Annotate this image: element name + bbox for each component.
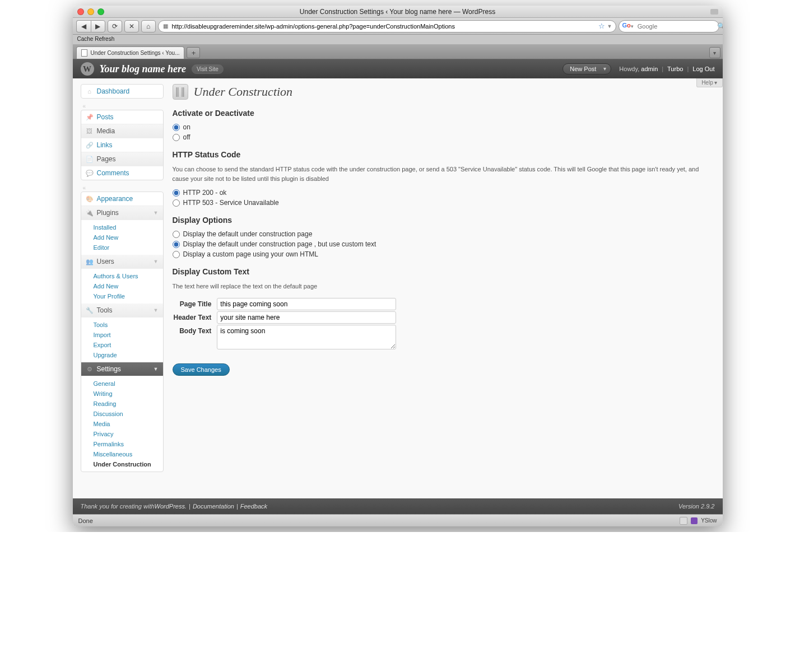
page-icon: ▦ (162, 22, 170, 30)
zoom-icon[interactable] (97, 8, 104, 15)
site-name[interactable]: Your blog name here (100, 63, 187, 75)
radio-display-custom-html[interactable]: Display a custom page using your own HTM… (173, 250, 715, 258)
sidebar-item-links[interactable]: 🔗Links (81, 138, 163, 152)
users-icon: 👥 (86, 258, 94, 265)
radio-off[interactable]: off (173, 133, 715, 141)
submenu-link[interactable]: Authors & Users (91, 271, 163, 281)
sidebar-item-pages[interactable]: 📄Pages (81, 152, 163, 166)
sidebar-item-posts[interactable]: 📌Posts (81, 110, 163, 124)
minimize-icon[interactable] (87, 8, 94, 15)
turbo-link[interactable]: Turbo (667, 66, 683, 72)
submenu-link[interactable]: Discussion (91, 409, 163, 419)
submenu-link[interactable]: Export (91, 340, 163, 350)
wordpress-logo-icon[interactable]: W (81, 62, 94, 76)
sidebar-item-appearance[interactable]: 🎨Appearance (81, 192, 163, 206)
radio-display-default[interactable]: Display the default under construction p… (173, 230, 715, 238)
submenu-link[interactable]: Writing (91, 389, 163, 399)
radio-customhtml-input[interactable] (173, 251, 180, 258)
new-post-button[interactable]: New Post (562, 63, 611, 74)
google-icon: Go (622, 22, 631, 31)
submenu-tools: Tools Import Export Upgrade (81, 318, 163, 362)
titlebar-pill-icon[interactable] (710, 9, 718, 15)
submenu-link[interactable]: Add New (91, 232, 163, 242)
new-tab-button[interactable]: + (187, 47, 200, 58)
radio-off-input[interactable] (173, 134, 180, 141)
help-tab[interactable]: Help ▾ (696, 78, 722, 87)
submenu-link[interactable]: Import (91, 330, 163, 340)
search-icon[interactable]: 🔍 (717, 22, 723, 30)
submenu-link[interactable]: Privacy (91, 429, 163, 439)
back-button[interactable]: ◀ (76, 20, 91, 32)
menu-separator[interactable] (81, 103, 164, 106)
radio-default-input[interactable] (173, 231, 180, 238)
radio-http-200[interactable]: HTTP 200 - ok (173, 189, 715, 197)
close-icon[interactable] (77, 8, 84, 15)
submenu-link[interactable]: General (91, 379, 163, 389)
submenu-link[interactable]: Media (91, 419, 163, 429)
radio-503-input[interactable] (173, 199, 180, 207)
submenu-link[interactable]: Miscellaneous (91, 449, 163, 459)
stop-button[interactable]: ✕ (124, 20, 139, 32)
logout-link[interactable]: Log Out (692, 66, 714, 72)
label-body-text: Body Text (174, 325, 216, 351)
radio-label: HTTP 503 - Service Unavailable (183, 199, 279, 207)
sliders-icon: ║║ (173, 84, 188, 100)
forward-button[interactable]: ▶ (91, 20, 105, 32)
sidebar-item-dashboard[interactable]: ⌂Dashboard (81, 85, 163, 98)
bookmark-star-icon[interactable]: ☆ (596, 22, 607, 30)
sidebar-item-tools[interactable]: 🔧Tools▼ (81, 304, 163, 318)
radio-on[interactable]: on (173, 123, 715, 131)
search-input[interactable] (635, 23, 717, 30)
submenu-link[interactable]: Tools (91, 320, 163, 330)
url-input[interactable] (170, 23, 596, 30)
sidebar-label: Appearance (97, 195, 133, 203)
radio-customtext-input[interactable] (173, 241, 180, 248)
yslow-icon[interactable] (691, 517, 698, 524)
radio-label: off (183, 133, 190, 141)
sidebar-item-users[interactable]: 👥Users▼ (81, 255, 163, 269)
main-content: ║║ Under Construction Activate or Deacti… (173, 84, 715, 493)
user-link[interactable]: admin (641, 66, 658, 72)
submenu-link[interactable]: Editor (91, 242, 163, 253)
label-page-title: Page Title (174, 298, 216, 310)
radio-http-503[interactable]: HTTP 503 - Service Unavailable (173, 199, 715, 207)
sidebar-item-media[interactable]: 🖼Media (81, 124, 163, 138)
radio-label: on (183, 123, 190, 131)
sidebar-label: Plugins (97, 209, 119, 217)
submenu-link[interactable]: Reading (91, 399, 163, 409)
sidebar-label: Dashboard (97, 87, 130, 95)
save-changes-button[interactable]: Save Changes (173, 363, 230, 376)
url-dropdown-icon[interactable]: ▼ (607, 24, 612, 29)
submenu-link-current[interactable]: Under Construction (91, 459, 163, 469)
submenu-link[interactable]: Your Profile (91, 291, 163, 301)
sidebar-item-settings[interactable]: ⚙Settings▼ (81, 362, 163, 376)
footer-wp-link[interactable]: WordPress (155, 503, 185, 510)
yslow-label[interactable]: YSlow (701, 517, 717, 524)
browser-tab[interactable]: Under Construction Settings ‹ You... (76, 46, 185, 59)
sidebar-item-plugins[interactable]: 🔌Plugins▼ (81, 206, 163, 220)
reload-button[interactable]: ⟳ (108, 20, 122, 32)
menu-separator[interactable] (81, 185, 164, 188)
statusbar-addon-icon[interactable] (680, 517, 687, 525)
visit-site-button[interactable]: Visit Site (192, 64, 224, 74)
radio-200-input[interactable] (173, 189, 180, 197)
radio-display-custom-text[interactable]: Display the default under construction p… (173, 240, 715, 248)
submenu-link[interactable]: Installed (91, 222, 163, 232)
tab-overflow-icon[interactable]: ▾ (709, 47, 720, 58)
home-button[interactable]: ⌂ (141, 20, 156, 32)
input-page-title[interactable] (217, 298, 396, 310)
page-title: Under Construction (194, 85, 293, 99)
tab-title: Under Construction Settings ‹ You... (91, 50, 180, 56)
bookmark-item[interactable]: Cache Refresh (77, 36, 115, 42)
submenu-link[interactable]: Upgrade (91, 350, 163, 360)
textarea-body-text[interactable] (217, 325, 396, 349)
sidebar-item-comments[interactable]: 💬Comments (81, 166, 163, 180)
search-dropdown-icon[interactable]: ▾ (631, 24, 634, 29)
radio-on-input[interactable] (173, 124, 180, 131)
comment-icon: 💬 (86, 169, 94, 177)
submenu-link[interactable]: Permalinks (91, 439, 163, 449)
submenu-link[interactable]: Add New (91, 281, 163, 291)
footer-doc-link[interactable]: Documentation (193, 503, 234, 510)
input-header-text[interactable] (217, 311, 396, 324)
footer-feedback-link[interactable]: Feedback (240, 503, 267, 510)
